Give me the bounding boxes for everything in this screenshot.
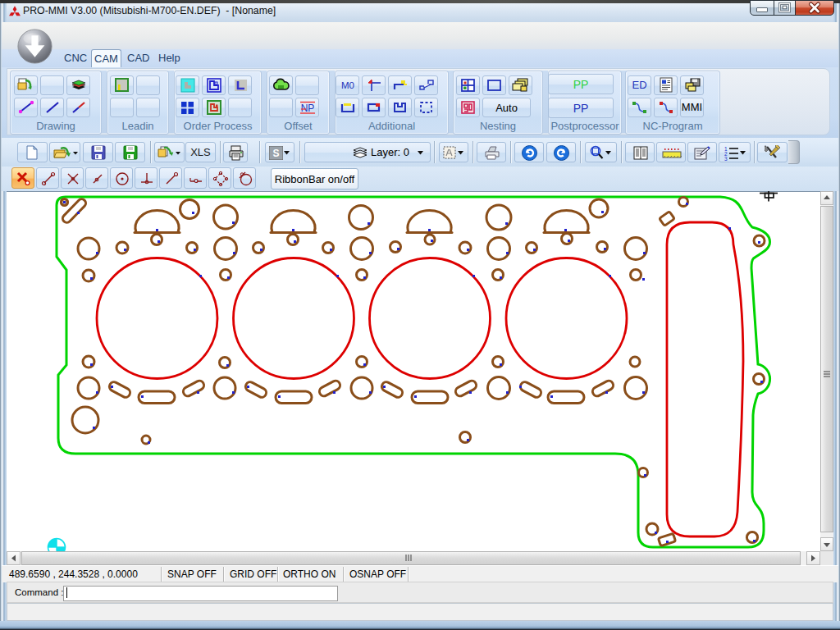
svg-text:NP: NP: [300, 103, 314, 114]
svg-text:3: 3: [724, 156, 728, 161]
svg-text:M0: M0: [341, 80, 354, 90]
svg-text:S: S: [272, 148, 279, 159]
